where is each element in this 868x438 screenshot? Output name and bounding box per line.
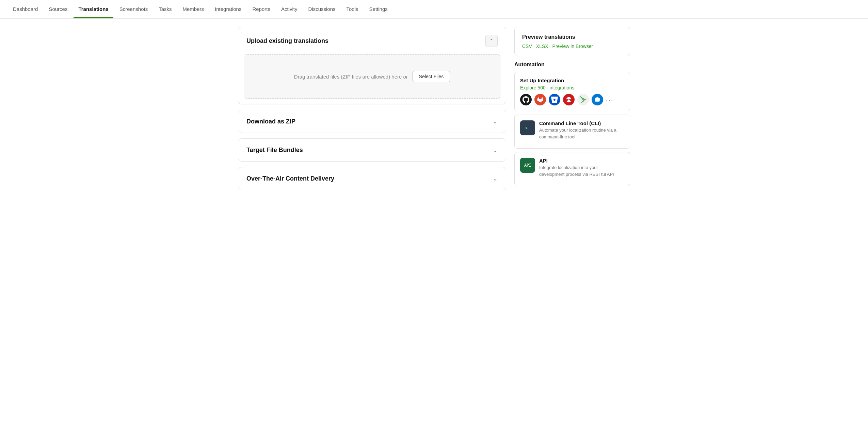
nav-screenshots[interactable]: Screenshots	[115, 0, 152, 18]
gitlab-icon	[534, 94, 546, 105]
target-bundles-title: Target File Bundles	[246, 147, 303, 154]
cli-integration-card: >_ Command Line Tool (CLI) Automate your…	[514, 115, 630, 149]
download-zip-title: Download as ZIP	[246, 118, 295, 125]
csv-link[interactable]: CSV	[522, 44, 532, 49]
chevron-down-icon: ⌄	[493, 118, 498, 125]
upload-card-title: Upload existing translations	[246, 37, 328, 45]
main-column: Upload existing translations ⌃ Drag tran…	[238, 27, 506, 190]
automation-title: Automation	[514, 62, 630, 68]
chevron-down-icon-2: ⌄	[493, 146, 498, 154]
preview-links-row: CSV XLSX Preview in Browser	[522, 44, 622, 49]
integration-icons-row: ···	[520, 94, 624, 105]
ota-title: Over-The-Air Content Delivery	[246, 175, 334, 182]
nav-activity[interactable]: Activity	[276, 0, 302, 18]
setup-integration-card: Set Up Integration Explore 500+ integrat…	[514, 72, 630, 111]
nav-tools[interactable]: Tools	[342, 0, 363, 18]
azure-devops-icon	[592, 94, 603, 105]
upload-card-header[interactable]: Upload existing translations ⌃	[238, 27, 506, 54]
target-bundles-header[interactable]: Target File Bundles ⌄	[238, 139, 506, 161]
nav-members[interactable]: Members	[178, 0, 209, 18]
phabricator-icon	[563, 94, 575, 105]
google-play-icon	[577, 94, 589, 105]
nav-integrations[interactable]: Integrations	[210, 0, 246, 18]
page-layout: Upload existing translations ⌃ Drag tran…	[230, 19, 638, 198]
api-icon-label: API	[524, 163, 531, 168]
github-icon	[520, 94, 532, 105]
chevron-down-icon-3: ⌄	[493, 175, 498, 182]
ota-header[interactable]: Over-The-Air Content Delivery ⌄	[238, 167, 506, 190]
explore-integrations-link[interactable]: Explore 500+ integrations	[520, 85, 574, 90]
cli-text-block: Command Line Tool (CLI) Automate your lo…	[539, 120, 624, 140]
setup-integration-title: Set Up Integration	[520, 78, 624, 83]
api-text-block: API Integrate localization into your dev…	[539, 158, 624, 178]
api-desc: Integrate localization into your develop…	[539, 164, 624, 178]
download-zip-header[interactable]: Download as ZIP ⌄	[238, 110, 506, 133]
bitbucket-icon	[549, 94, 560, 105]
more-integrations-icon[interactable]: ···	[606, 96, 614, 104]
api-card-header: API API Integrate localization into your…	[520, 158, 624, 178]
api-integration-card: API API Integrate localization into your…	[514, 152, 630, 186]
nav-settings[interactable]: Settings	[365, 0, 392, 18]
upload-collapse-button[interactable]: ⌃	[485, 35, 498, 47]
nav-translations[interactable]: Translations	[74, 0, 113, 18]
cli-card-header: >_ Command Line Tool (CLI) Automate your…	[520, 120, 624, 140]
nav-dashboard[interactable]: Dashboard	[8, 0, 43, 18]
nav-tasks[interactable]: Tasks	[154, 0, 176, 18]
automation-section: Automation Set Up Integration Explore 50…	[514, 62, 630, 189]
nav-reports[interactable]: Reports	[247, 0, 275, 18]
upload-drag-text: Drag translated files (ZIP files are all…	[294, 74, 408, 80]
cli-desc: Automate your localization routine via a…	[539, 127, 624, 140]
chevron-up-icon: ⌃	[489, 38, 494, 44]
api-title: API	[539, 158, 624, 164]
ota-card: Over-The-Air Content Delivery ⌄	[238, 167, 506, 190]
select-files-button[interactable]: Select Files	[413, 71, 450, 82]
preview-in-browser-link[interactable]: Preview in Browser	[552, 44, 593, 49]
sidebar-column: Preview translations CSV XLSX Preview in…	[514, 27, 630, 190]
api-icon: API	[520, 158, 535, 173]
target-bundles-card: Target File Bundles ⌄	[238, 138, 506, 162]
nav-sources[interactable]: Sources	[44, 0, 72, 18]
upload-card: Upload existing translations ⌃ Drag tran…	[238, 27, 506, 104]
preview-translations-title: Preview translations	[522, 34, 622, 40]
preview-translations-card: Preview translations CSV XLSX Preview in…	[514, 27, 630, 56]
upload-dropzone[interactable]: Drag translated files (ZIP files are all…	[244, 54, 500, 99]
cli-icon: >_	[520, 120, 535, 135]
top-nav: Dashboard Sources Translations Screensho…	[0, 0, 868, 19]
download-zip-card: Download as ZIP ⌄	[238, 110, 506, 133]
nav-discussions[interactable]: Discussions	[303, 0, 340, 18]
cli-title: Command Line Tool (CLI)	[539, 120, 624, 126]
cli-icon-label: >_	[525, 126, 530, 130]
xlsx-link[interactable]: XLSX	[536, 44, 548, 49]
